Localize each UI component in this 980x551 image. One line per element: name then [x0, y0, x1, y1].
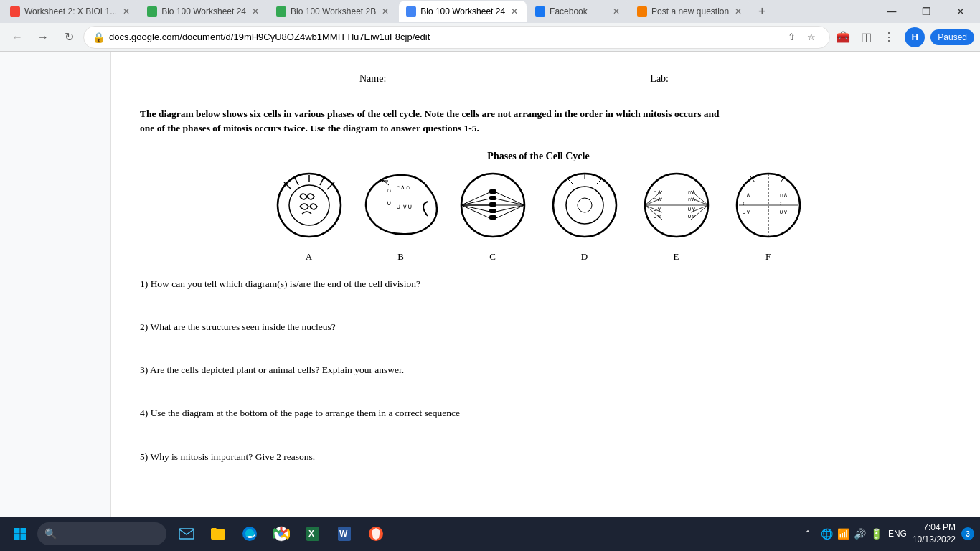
svg-line-5: [320, 178, 324, 185]
time-display: 7:04 PM: [913, 522, 956, 534]
cell-a-label: A: [306, 251, 312, 263]
svg-point-31: [578, 198, 592, 212]
tab2-favicon: [147, 6, 157, 17]
tab2-close[interactable]: ✕: [250, 5, 260, 18]
q1-number: 1): [140, 278, 151, 289]
taskbar-mail-app[interactable]: [172, 519, 201, 548]
question-3: 3) Are the cells depicted plant or anima…: [140, 363, 728, 377]
address-text: docs.google.com/document/d/19mH9CyU8OZ4w…: [109, 32, 778, 42]
taskbar-edge-app[interactable]: [235, 519, 264, 548]
restore-button[interactable]: ❐: [910, 0, 943, 23]
taskbar: 🔍: [0, 517, 980, 551]
extensions-button[interactable]: 🧰: [833, 27, 853, 47]
paused-badge[interactable]: Paused: [930, 29, 974, 45]
taskbar-folder-app[interactable]: [204, 519, 232, 548]
notification-badge[interactable]: 3: [961, 527, 974, 540]
battery-icon[interactable]: 🔋: [870, 528, 882, 540]
svg-text:W: W: [339, 529, 348, 539]
svg-text:↕: ↕: [779, 200, 782, 207]
taskbar-word-app[interactable]: W: [330, 519, 359, 548]
svg-line-15: [461, 191, 493, 205]
q5-text: Why is mitosis important? Give 2 reasons…: [150, 451, 315, 462]
window-controls: ─ ❐ ✕: [875, 0, 977, 23]
svg-line-33: [597, 178, 603, 184]
taskbar-brave-app[interactable]: [362, 519, 390, 548]
tab1-close[interactable]: ✕: [121, 5, 131, 18]
windows-start-button[interactable]: [6, 519, 34, 548]
tab-bio100-24-active[interactable]: Bio 100 Worksheet 24 ✕: [399, 1, 527, 22]
svg-text:∩: ∩: [387, 187, 392, 194]
menu-button[interactable]: ⋮: [879, 27, 899, 47]
reload-button[interactable]: ↻: [57, 26, 80, 49]
taskbar-chrome-app[interactable]: [267, 519, 296, 548]
question-1: 1) How can you tell which diagram(s) is/…: [140, 277, 728, 291]
svg-text:∪∨: ∪∨: [687, 206, 696, 212]
network-icon[interactable]: 🌐: [821, 528, 833, 540]
add-tab-button[interactable]: +: [752, 1, 772, 22]
cell-a: A: [270, 169, 349, 263]
svg-rect-66: [21, 528, 27, 534]
svg-rect-65: [14, 528, 20, 534]
svg-text:∩∧: ∩∧: [687, 196, 696, 202]
q1-text: How can you tell which diagram(s) is/are…: [151, 278, 420, 289]
tab-worksheet2x[interactable]: Worksheet 2: X BIOL1... ✕: [3, 1, 138, 22]
clock[interactable]: 7:04 PM 10/13/2022: [913, 522, 956, 546]
tab1-label: Worksheet 2: X BIOL1...: [24, 6, 117, 17]
lab-line: [674, 73, 717, 85]
tab1-favicon: [10, 6, 20, 17]
tab6-close[interactable]: ✕: [733, 5, 743, 18]
split-screen-button[interactable]: ◫: [856, 27, 876, 47]
svg-text:∩∧: ∩∧: [779, 192, 788, 198]
svg-rect-24: [489, 189, 496, 194]
svg-rect-26: [489, 202, 496, 207]
svg-point-0: [278, 174, 341, 237]
taskbar-search-icon: 🔍: [44, 528, 57, 540]
svg-text:∩∧: ∩∧: [687, 189, 696, 195]
taskbar-excel-app[interactable]: X: [298, 519, 327, 548]
show-hidden-icons[interactable]: ⌃: [801, 519, 815, 548]
bookmark-icon[interactable]: ☆: [802, 28, 821, 47]
folder-icon: [209, 525, 227, 542]
profile-button[interactable]: H: [905, 27, 925, 47]
tab5-close[interactable]: ✕: [611, 5, 621, 18]
cell-d-label: D: [581, 251, 588, 263]
tab-facebook[interactable]: Facebook ✕: [528, 1, 628, 22]
tab-bio100-2b[interactable]: Bio 100 Worksheet 2B ✕: [269, 1, 397, 22]
svg-line-21: [493, 198, 524, 205]
forward-button[interactable]: →: [32, 26, 55, 49]
wifi-icon[interactable]: 📶: [837, 528, 849, 540]
mail-icon: [178, 525, 195, 542]
svg-line-23: [493, 205, 524, 220]
title-bar: Worksheet 2: X BIOL1... ✕ Bio 100 Worksh…: [0, 0, 980, 23]
tab4-close[interactable]: ✕: [509, 5, 519, 18]
tab-post-question[interactable]: Post a new question ✕: [630, 1, 750, 22]
tab5-favicon: [535, 6, 545, 17]
tab6-label: Post a new question: [651, 6, 729, 17]
back-button[interactable]: ←: [6, 26, 29, 49]
svg-line-19: [461, 205, 493, 220]
q4-number: 4): [140, 408, 151, 418]
tab3-close[interactable]: ✕: [380, 5, 390, 18]
minimize-button[interactable]: ─: [875, 0, 908, 23]
windows-icon: [14, 527, 27, 540]
close-button[interactable]: ✕: [944, 0, 977, 23]
brave-icon: [367, 525, 385, 542]
tab-bio100-24-2[interactable]: Bio 100 Worksheet 24 ✕: [140, 1, 268, 22]
svg-text:∩∧: ∩∧: [653, 189, 661, 195]
svg-text:∩∧∩: ∩∧∩: [396, 184, 410, 191]
taskbar-apps: X W: [172, 519, 390, 548]
tab4-label: Bio 100 Worksheet 24: [420, 6, 505, 17]
address-bar[interactable]: 🔒 docs.google.com/document/d/19mH9CyU8OZ…: [83, 26, 830, 49]
svg-text:X: X: [308, 529, 314, 539]
cell-b-label: B: [397, 251, 404, 263]
cell-c-svg: [453, 169, 532, 248]
taskbar-search[interactable]: 🔍: [37, 522, 166, 545]
share-icon[interactable]: ⇧: [782, 28, 801, 47]
content-area: Name: Lab: The diagram below shows six c…: [0, 52, 980, 517]
question-2: 2) What are the structures seen inside t…: [140, 320, 728, 334]
sys-tray-icons: 🌐 📶 🔊 🔋: [821, 528, 882, 540]
address-actions: ⇧ ☆: [782, 28, 821, 47]
language-indicator[interactable]: ENG: [888, 529, 907, 539]
volume-icon[interactable]: 🔊: [854, 528, 866, 540]
nav-bar: ← → ↻ 🔒 docs.google.com/document/d/19mH9…: [0, 23, 980, 52]
